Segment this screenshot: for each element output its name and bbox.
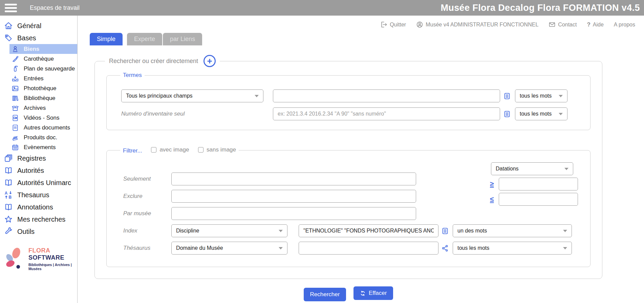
contact-button[interactable]: Contact [549,21,577,28]
create-plus-button[interactable]: + [203,55,216,67]
wrench-icon [4,227,13,236]
tab-par-liens[interactable]: par Liens [163,33,202,45]
index-match-select[interactable]: un des mots [453,224,572,237]
avec-image-option[interactable]: avec image [151,146,189,153]
seulement-input[interactable] [171,173,416,185]
sidebar-item-autres-documents[interactable]: Autres documents [9,123,77,133]
sidebar-item-carotheque[interactable]: Carothèque [9,54,77,64]
extinguisher-icon [12,65,19,73]
sidebar-item-label: Produits doc. [24,134,57,141]
sidebar-item-entrees[interactable]: Entrées [9,74,77,83]
sidebar-item-autorites[interactable]: Autorités [0,164,77,177]
user-icon [416,21,423,28]
thesaurus-select[interactable]: Domaine du Musée [171,242,287,255]
chevron-down-icon [559,95,563,97]
sidebar-item-videos-sons[interactable]: Vidéos - Sons [9,113,77,123]
home-icon [4,21,13,30]
chevron-down-icon [563,230,567,232]
inventory-input[interactable] [273,107,500,120]
app-title: Musée Flora Decalog Flora FORMATION v4.5 [441,3,640,13]
sidebar-item-produits-doc[interactable]: Produits doc. [9,133,77,142]
terms-input[interactable] [273,89,500,102]
sidebar-item-biens[interactable]: Biens [9,44,77,54]
sans-image-checkbox[interactable] [198,147,203,153]
index-list-icon[interactable] [503,110,511,118]
index-select[interactable]: Discipline [171,224,287,237]
thesaurus-value-input[interactable] [299,242,438,255]
main-content: Quitter Musée v4 ADMINISTRATEUR FONCTION… [78,16,644,303]
sidebar-item-label: Mes recherches [17,216,65,223]
thesaurus-label: Thésaurus [123,245,171,251]
index-list-icon[interactable] [503,93,511,100]
openbook-icon [4,166,13,175]
sidebar-item-label: Bases [17,34,36,42]
sidebar-item-general[interactable]: Général [0,20,77,32]
search-tabs: Simple Experte par Liens [90,33,644,45]
tab-simple[interactable]: Simple [90,33,123,45]
aide-button[interactable]: ? Aide [587,21,603,28]
hierarchy-share-icon[interactable] [442,245,449,252]
tab-experte[interactable]: Experte [127,33,162,45]
index-list-icon[interactable] [442,227,449,235]
avec-image-checkbox[interactable] [151,147,156,153]
sidebar-item-archives[interactable]: Archives [9,103,77,113]
filtrer-legend: Filtrer... avec image sans image [120,146,239,154]
sidebar-item-mes-recherches[interactable]: Mes recherches [0,213,77,225]
sidebar-item-label: Archives [24,105,46,112]
sidebar-item-bibliotheque[interactable]: Bibliothèque [9,93,77,103]
star-icon [4,215,13,224]
calendar-icon [12,144,19,151]
envelope-icon [549,21,556,28]
sidebar-item-label: Vidéos - Sons [24,115,60,121]
exclure-label: Exclure [123,193,171,200]
actions-bar: Rechercher Effacer [94,286,602,301]
sidebar-item-label: Carothèque [24,56,54,62]
date-to-input[interactable] [499,193,578,206]
sidebar-item-outils[interactable]: Outils [0,225,77,238]
papers-icon [12,134,19,141]
flora-software-logo: FLORA SOFTWARE Bibliothèques | Archives … [1,246,75,271]
datations-select[interactable]: Datations [491,162,573,175]
termes-fieldset: Termes Tous les principaux champs tous l… [106,72,591,130]
sidebar-item-bases[interactable]: Bases [0,32,77,44]
sidebar-item-autorites-unimarc[interactable]: Autorités Unimarc [0,177,77,189]
sortab-icon: AB [4,190,13,199]
chevron-down-icon [279,247,283,249]
current-user[interactable]: Musée v4 ADMINISTRATEUR FONCTIONNEL [416,21,538,28]
sidebar-item-plan-de-sauvegarde[interactable]: Plan de sauvegarde [9,64,77,74]
gte-symbol: ≥ [490,180,499,188]
par-musee-input[interactable] [171,207,416,220]
sidebar-item-thesaurus[interactable]: ABThesaurus [0,189,77,201]
a-propos-button[interactable]: A propos [614,22,635,28]
par-musee-label: Par musée [123,210,171,217]
sidebar-item-annotations[interactable]: Annotations [0,201,77,213]
svg-text:A: A [5,191,8,196]
sidebar-item-label: Général [17,22,41,30]
doc-icon [12,124,19,132]
date-from-input[interactable] [499,178,578,190]
sidebar-item-phototheque[interactable]: Photothèque [9,83,77,93]
sidebar-item-label: Evènements [24,144,56,151]
sidebar-item-label: Bibliothèque [24,95,56,102]
logout-icon [380,21,387,28]
quitter-button[interactable]: Quitter [380,21,406,28]
field-select[interactable]: Tous les principaux champs [121,89,263,102]
thesaurus-match-select[interactable]: tous les mots [453,242,572,255]
inbox-icon [12,75,19,82]
photo-icon [12,85,19,92]
sidebar-item-evenements[interactable]: Evènements [9,142,77,152]
terms-match-select[interactable]: tous les mots [515,89,567,102]
exclure-input[interactable] [171,190,416,203]
inventory-label: Numéro d'inventaire seul [121,110,263,117]
effacer-button[interactable]: Effacer [353,286,393,300]
chevron-down-icon [564,168,568,170]
inventory-match-select[interactable]: tous les mots [515,107,567,120]
sidebar-item-label: Autorités Unimarc [17,179,71,187]
hamburger-menu-icon[interactable] [3,2,18,14]
index-value-input[interactable] [299,224,438,237]
sidebar-item-registres[interactable]: Registres [0,152,77,164]
sidebar-item-label: Autorités [17,167,44,175]
rechercher-button[interactable]: Rechercher [304,288,346,301]
sidebar-item-label: Annotations [17,203,53,211]
sans-image-option[interactable]: sans image [198,146,236,153]
